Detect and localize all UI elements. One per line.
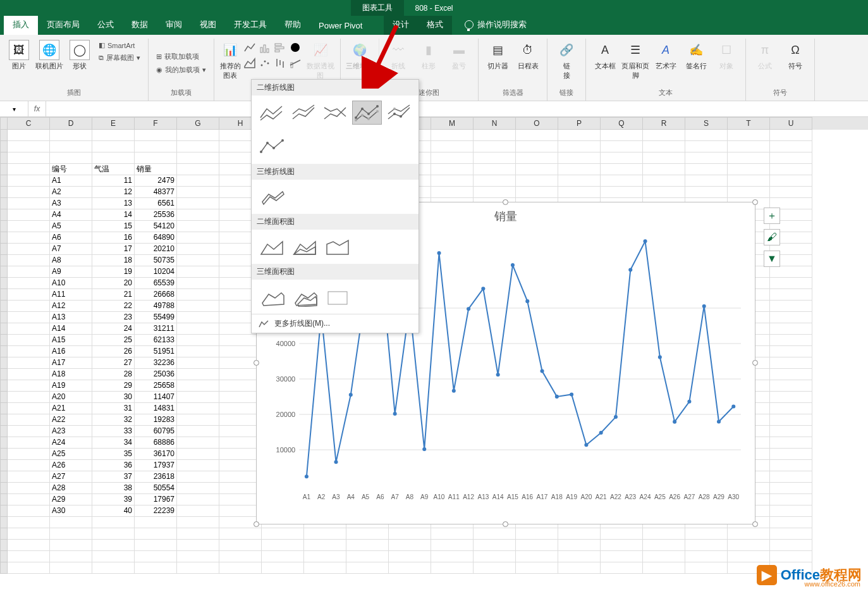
cell[interactable]	[177, 540, 219, 551]
cell[interactable]	[516, 141, 558, 152]
cell[interactable]	[8, 175, 50, 187]
line-markers-opt[interactable]	[352, 101, 381, 125]
tab-format[interactable]: 格式	[418, 15, 452, 35]
cell[interactable]: 14831	[135, 403, 177, 414]
cell[interactable]	[177, 357, 219, 369]
cell[interactable]	[8, 164, 50, 175]
cell[interactable]	[770, 266, 812, 278]
cell[interactable]	[177, 369, 219, 380]
cell[interactable]: 20210	[135, 244, 177, 255]
tell-me[interactable]: 操作说明搜索	[452, 15, 535, 35]
cell[interactable]	[219, 380, 262, 392]
cell[interactable]: A9	[50, 266, 92, 278]
cell[interactable]	[177, 141, 219, 152]
cell[interactable]: 62133	[135, 335, 177, 346]
cell[interactable]: 28	[92, 369, 135, 380]
cell[interactable]	[685, 540, 728, 551]
cell[interactable]	[516, 551, 558, 562]
cell[interactable]	[8, 244, 50, 255]
cell[interactable]: 22	[92, 301, 135, 312]
cell[interactable]: A18	[50, 369, 92, 380]
cell[interactable]	[8, 426, 50, 437]
cell[interactable]: A13	[50, 312, 92, 323]
cell[interactable]: A30	[50, 505, 92, 517]
cell[interactable]	[770, 357, 812, 369]
cell[interactable]	[685, 187, 728, 198]
cell[interactable]	[219, 437, 262, 449]
cell[interactable]: 20	[92, 278, 135, 289]
tab-view[interactable]: 视图	[191, 15, 225, 35]
cell[interactable]	[135, 130, 177, 141]
cell[interactable]	[219, 369, 262, 380]
cell[interactable]	[685, 562, 728, 574]
cell[interactable]	[770, 289, 812, 301]
cell[interactable]	[219, 392, 262, 403]
cell[interactable]	[219, 403, 262, 414]
cell[interactable]	[8, 130, 50, 141]
cell[interactable]	[728, 540, 770, 551]
cell[interactable]: 19283	[135, 414, 177, 426]
cell[interactable]	[346, 528, 389, 540]
col-header[interactable]: G	[177, 117, 219, 130]
cell[interactable]	[177, 551, 219, 562]
cell[interactable]	[219, 346, 262, 357]
more-line-charts[interactable]: 更多折线图(M)...	[252, 314, 419, 333]
cell[interactable]	[177, 426, 219, 437]
cell[interactable]	[177, 335, 219, 346]
cell[interactable]: 气温	[92, 164, 135, 175]
cell[interactable]	[685, 175, 728, 187]
cell[interactable]: 18	[92, 255, 135, 266]
cell[interactable]	[92, 551, 135, 562]
cell[interactable]: 31211	[135, 323, 177, 335]
cell[interactable]	[177, 494, 219, 505]
cell[interactable]	[516, 175, 558, 187]
symbol-button[interactable]: Ω符号	[781, 39, 809, 87]
cell[interactable]	[50, 540, 92, 551]
cell[interactable]	[474, 551, 516, 562]
cell[interactable]	[601, 528, 643, 540]
cell[interactable]: 27	[92, 357, 135, 369]
cell[interactable]: A10	[50, 278, 92, 289]
scatter-chart-button[interactable]	[259, 56, 272, 70]
cell[interactable]	[177, 289, 219, 301]
cell[interactable]	[177, 403, 219, 414]
cell[interactable]	[474, 164, 516, 175]
combo-chart-button[interactable]	[289, 56, 303, 70]
cell[interactable]: 25536	[135, 209, 177, 221]
cell[interactable]: 60795	[135, 426, 177, 437]
cell[interactable]	[262, 562, 304, 574]
cell[interactable]	[177, 392, 219, 403]
cell[interactable]	[770, 403, 812, 414]
line-opt-1[interactable]	[257, 101, 286, 125]
cell[interactable]	[474, 152, 516, 164]
cell[interactable]	[177, 449, 219, 460]
cell[interactable]	[601, 164, 643, 175]
cell[interactable]: 38	[92, 483, 135, 494]
cell[interactable]: 32	[92, 414, 135, 426]
cell[interactable]	[516, 562, 558, 574]
cell[interactable]	[8, 187, 50, 198]
cell[interactable]	[558, 152, 601, 164]
cell[interactable]: 21	[92, 289, 135, 301]
cell[interactable]	[770, 346, 812, 357]
slicer-button[interactable]: ▤切片器	[484, 39, 511, 87]
cell[interactable]	[474, 130, 516, 141]
cell[interactable]	[770, 141, 812, 152]
line-opt-2[interactable]	[288, 101, 317, 125]
header-footer-button[interactable]: ☰页眉和页脚	[621, 39, 649, 87]
cell[interactable]	[728, 175, 770, 187]
cell[interactable]	[431, 528, 474, 540]
cell[interactable]	[8, 232, 50, 244]
cell[interactable]: A5	[50, 221, 92, 232]
link-button[interactable]: 🔗链 接	[553, 39, 580, 87]
shapes-button[interactable]: ◯形状	[66, 39, 94, 87]
cell[interactable]	[516, 528, 558, 540]
chart-filter-button[interactable]: ▼	[764, 251, 780, 267]
cell[interactable]	[177, 278, 219, 289]
cell[interactable]	[8, 505, 50, 517]
cell[interactable]: 30	[92, 392, 135, 403]
cell[interactable]: 15	[92, 221, 135, 232]
cell[interactable]	[219, 483, 262, 494]
tab-data[interactable]: 数据	[123, 15, 157, 35]
cell[interactable]	[262, 528, 304, 540]
